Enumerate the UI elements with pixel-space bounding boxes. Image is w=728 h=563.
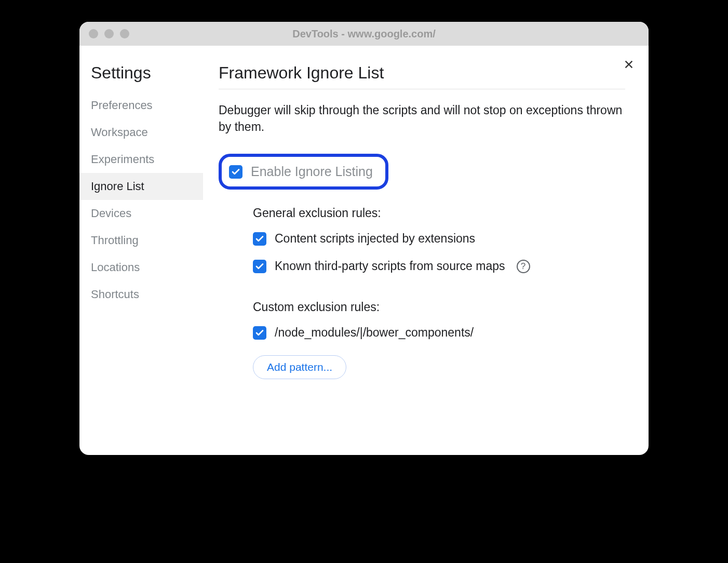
sidebar-item-experiments[interactable]: Experiments xyxy=(79,146,203,173)
node-modules-checkbox[interactable] xyxy=(253,326,266,340)
traffic-lights xyxy=(79,29,129,38)
rule-third-party-scripts: Known third-party scripts from source ma… xyxy=(253,259,625,273)
sidebar-item-locations[interactable]: Locations xyxy=(79,254,203,281)
sidebar-item-label: Workspace xyxy=(91,126,148,139)
devtools-settings-window: DevTools - www.google.com/ Settings Pref… xyxy=(79,22,649,455)
custom-exclusion-section: Custom exclusion rules: /node_modules/|/… xyxy=(219,300,625,379)
settings-sidebar: Settings Preferences Workspace Experimen… xyxy=(79,46,203,455)
sidebar-item-label: Preferences xyxy=(91,99,153,112)
settings-main: Framework Ignore List Debugger will skip… xyxy=(203,46,649,455)
sidebar-item-shortcuts[interactable]: Shortcuts xyxy=(79,281,203,308)
general-exclusion-header: General exclusion rules: xyxy=(253,206,625,220)
settings-heading: Settings xyxy=(79,63,203,92)
window-titlebar: DevTools - www.google.com/ xyxy=(79,22,649,46)
enable-ignore-listing-highlight: Enable Ignore Listing xyxy=(219,154,388,190)
rule-content-scripts: Content scripts injected by extensions xyxy=(253,232,625,246)
sidebar-item-label: Locations xyxy=(91,261,140,274)
close-button[interactable] xyxy=(621,56,637,73)
rule-label: /node_modules/|/bower_components/ xyxy=(275,326,474,340)
check-icon xyxy=(255,328,264,338)
add-pattern-button[interactable]: Add pattern... xyxy=(253,355,346,379)
rule-label: Known third-party scripts from source ma… xyxy=(275,259,505,273)
close-icon xyxy=(623,59,635,70)
check-icon xyxy=(255,262,264,271)
page-title: Framework Ignore List xyxy=(219,63,625,89)
check-icon xyxy=(255,234,264,244)
sidebar-item-preferences[interactable]: Preferences xyxy=(79,92,203,119)
help-icon[interactable]: ? xyxy=(517,260,530,273)
minimize-traffic-light[interactable] xyxy=(104,29,114,38)
sidebar-item-label: Ignore List xyxy=(91,180,144,193)
sidebar-item-throttling[interactable]: Throttling xyxy=(79,227,203,254)
sidebar-item-label: Experiments xyxy=(91,153,154,166)
sidebar-item-workspace[interactable]: Workspace xyxy=(79,119,203,146)
enable-ignore-listing-checkbox[interactable] xyxy=(229,165,242,179)
general-exclusion-section: General exclusion rules: Content scripts… xyxy=(219,206,625,273)
close-traffic-light[interactable] xyxy=(89,29,98,38)
sidebar-item-label: Devices xyxy=(91,207,131,220)
window-title: DevTools - www.google.com/ xyxy=(79,28,649,40)
zoom-traffic-light[interactable] xyxy=(120,29,129,38)
check-icon xyxy=(231,167,240,177)
sidebar-item-label: Throttling xyxy=(91,234,139,247)
sidebar-item-ignore-list[interactable]: Ignore List xyxy=(79,173,203,200)
rule-node-modules: /node_modules/|/bower_components/ xyxy=(253,326,625,340)
settings-content: Settings Preferences Workspace Experimen… xyxy=(79,46,649,455)
rule-label: Content scripts injected by extensions xyxy=(275,232,475,246)
page-description: Debugger will skip through the scripts a… xyxy=(219,102,625,135)
sidebar-item-label: Shortcuts xyxy=(91,288,139,301)
enable-ignore-listing-label: Enable Ignore Listing xyxy=(251,164,373,179)
content-scripts-checkbox[interactable] xyxy=(253,232,266,246)
third-party-scripts-checkbox[interactable] xyxy=(253,260,266,273)
custom-exclusion-header: Custom exclusion rules: xyxy=(253,300,625,314)
sidebar-item-devices[interactable]: Devices xyxy=(79,200,203,227)
